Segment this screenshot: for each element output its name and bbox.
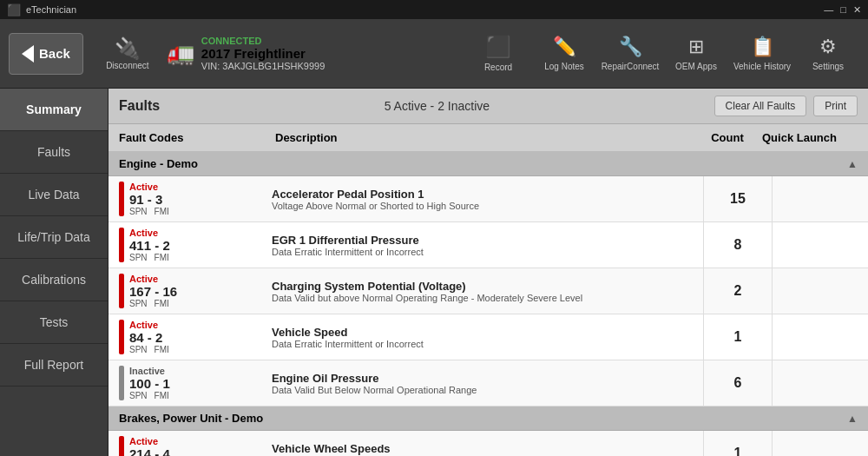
- table-row: Active 91 - 3 SPN FMI Accelerator Pedal …: [108, 176, 868, 222]
- main-layout: Summary Faults Live Data Life/Trip Data …: [0, 89, 868, 456]
- table-row: Active 84 - 2 SPN FMI Vehicle Speed Data…: [108, 314, 868, 360]
- fault-status: Inactive: [129, 366, 170, 376]
- settings-button[interactable]: ⚙ Settings: [797, 23, 859, 84]
- sidebar-item-tests[interactable]: Tests: [0, 301, 108, 344]
- status-bar-active: [119, 228, 124, 262]
- fault-code-cell: Active 411 - 2 SPN FMI: [108, 222, 265, 268]
- status-bar-active: [119, 320, 124, 354]
- fault-code-num: 91 - 3: [129, 192, 169, 207]
- fault-desc-title: Engine Oil Pressure: [272, 372, 696, 385]
- sidebar-item-summary[interactable]: Summary: [0, 89, 108, 131]
- fault-code-info: Active 214 - 4 PID FMI: [129, 436, 170, 456]
- status-bar-active: [119, 182, 124, 216]
- vehicle-vin: VIN: 3AKJGLBG1HSHK9999: [201, 61, 325, 71]
- sidebar-item-faults[interactable]: Faults: [0, 131, 108, 174]
- section-brakes-demo: Brakes, Power Unit - Demo ▲: [108, 406, 868, 431]
- window-controls: — □ ✕: [824, 4, 861, 16]
- fault-code-info: Active 91 - 3 SPN FMI: [129, 182, 169, 216]
- fault-code-num: 167 - 16: [129, 284, 177, 299]
- fault-launch-cell: [773, 332, 868, 342]
- log-notes-button[interactable]: ✏️ Log Notes: [533, 23, 595, 84]
- fault-desc-title: EGR 1 Differential Pressure: [272, 234, 696, 247]
- section-collapse-icon[interactable]: ▲: [847, 413, 858, 425]
- repair-connect-button[interactable]: 🔧 RepairConnect: [599, 23, 661, 84]
- toolbar-actions: ⬛ Record ✏️ Log Notes 🔧 RepairConnect ⊞ …: [467, 23, 859, 84]
- fault-code-info: Active 411 - 2 SPN FMI: [129, 228, 170, 262]
- disconnect-button[interactable]: 🔌 Disconnect: [97, 36, 158, 70]
- faults-action-buttons: Clear All Faults Print: [714, 96, 858, 116]
- vehicle-history-label: Vehicle History: [733, 62, 791, 71]
- table-row: Active 411 - 2 SPN FMI EGR 1 Differentia…: [108, 222, 868, 268]
- vehicle-name: 2017 Freightliner: [201, 46, 325, 61]
- fault-launch-cell: [773, 448, 868, 456]
- fault-code-labels: SPN FMI: [129, 207, 169, 216]
- record-icon: ⬛: [485, 35, 511, 59]
- sidebar-summary-label: Summary: [26, 102, 82, 116]
- fault-desc-title: Vehicle Speed: [272, 326, 696, 339]
- fault-launch-cell: [773, 194, 868, 204]
- fault-code-info: Active 84 - 2 SPN FMI: [129, 320, 169, 354]
- fault-code-num: 214 - 4: [129, 446, 170, 456]
- section-engine-title: Engine - Demo: [119, 157, 198, 170]
- fault-code-info: Inactive 100 - 1 SPN FMI: [129, 366, 170, 400]
- back-arrow-icon: [22, 45, 34, 63]
- fault-code-info: Active 167 - 16 SPN FMI: [129, 274, 177, 308]
- sidebar-faults-label: Faults: [37, 145, 70, 159]
- fault-launch-cell: [773, 378, 868, 388]
- fault-count: 6: [703, 360, 773, 406]
- col-quick-launch: Quick Launch: [762, 131, 858, 144]
- sidebar-item-full-report[interactable]: Full Report: [0, 344, 108, 387]
- settings-label: Settings: [812, 62, 844, 71]
- fault-count: 1: [703, 431, 773, 456]
- title-bar: ⬛ eTechnician — □ ✕: [0, 0, 868, 19]
- maximize-btn[interactable]: □: [840, 4, 846, 16]
- vehicle-info: 🔌 Disconnect 🚛 CONNECTED 2017 Freightlin…: [97, 36, 467, 71]
- sidebar-item-life-trip[interactable]: Life/Trip Data: [0, 216, 108, 259]
- table-row: Active 167 - 16 SPN FMI Charging System …: [108, 268, 868, 314]
- status-bar-active: [119, 436, 124, 456]
- sidebar-tests-label: Tests: [40, 315, 69, 329]
- app-title: eTechnician: [26, 4, 76, 15]
- fault-desc-cell: Charging System Potential (Voltage) Data…: [265, 274, 703, 308]
- clear-all-faults-button[interactable]: Clear All Faults: [714, 96, 807, 116]
- fault-status: Active: [129, 182, 169, 192]
- print-button[interactable]: Print: [813, 96, 858, 116]
- sidebar-calibrations-label: Calibrations: [22, 273, 86, 287]
- sidebar-full-report-label: Full Report: [24, 358, 83, 372]
- close-btn[interactable]: ✕: [853, 4, 861, 16]
- sidebar: Summary Faults Live Data Life/Trip Data …: [0, 89, 108, 456]
- oem-apps-button[interactable]: ⊞ OEM Apps: [665, 23, 727, 84]
- fault-count: 1: [703, 314, 773, 360]
- fault-code-cell: Active 91 - 3 SPN FMI: [108, 176, 265, 221]
- back-label: Back: [39, 46, 70, 61]
- fault-launch-cell: [773, 240, 868, 250]
- repair-connect-icon: 🔧: [619, 36, 642, 58]
- fault-desc-sub: Data Erratic Intermittent or Incorrect: [272, 247, 696, 257]
- sidebar-live-data-label: Live Data: [28, 188, 79, 202]
- oem-apps-icon: ⊞: [688, 36, 704, 58]
- fault-desc-title: Accelerator Pedal Position 1: [272, 188, 696, 201]
- col-count: Count: [693, 131, 762, 144]
- record-button[interactable]: ⬛ Record: [467, 23, 529, 84]
- sidebar-item-calibrations[interactable]: Calibrations: [0, 259, 108, 301]
- vehicle-history-button[interactable]: 📋 Vehicle History: [731, 23, 793, 84]
- col-fault-codes: Fault Codes: [119, 131, 275, 144]
- fault-code-num: 84 - 2: [129, 330, 169, 345]
- fault-code-num: 100 - 1: [129, 376, 170, 391]
- log-notes-icon: ✏️: [553, 36, 576, 58]
- fault-desc-cell: Vehicle Speed Data Erratic Intermittent …: [265, 321, 703, 354]
- faults-status: 5 Active - 2 Inactive: [385, 99, 490, 113]
- col-description: Description: [275, 131, 693, 144]
- back-button[interactable]: Back: [9, 33, 83, 75]
- disconnect-label: Disconnect: [106, 61, 148, 70]
- fault-desc-cell: Engine Oil Pressure Data Valid But Below…: [265, 367, 703, 400]
- faults-header: Faults 5 Active - 2 Inactive Clear All F…: [108, 89, 868, 124]
- fault-code-cell: Active 167 - 16 SPN FMI: [108, 268, 265, 314]
- fault-desc-title: Vehicle Wheel Speeds: [272, 442, 696, 455]
- fault-desc-cell: Accelerator Pedal Position 1 Voltage Abo…: [265, 182, 703, 216]
- fault-code-num: 411 - 2: [129, 238, 170, 253]
- minimize-btn[interactable]: —: [824, 4, 833, 16]
- sidebar-item-live-data[interactable]: Live Data: [0, 174, 108, 216]
- section-collapse-icon[interactable]: ▲: [847, 158, 858, 170]
- fault-code-labels: SPN FMI: [129, 253, 170, 262]
